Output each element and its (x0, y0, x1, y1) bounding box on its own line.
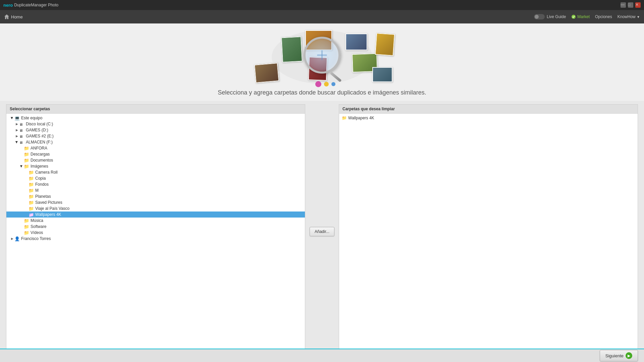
tree-item-este-equipo[interactable]: ▶ Este equipo (6, 115, 305, 121)
tree-label-anfora: ANFORA (31, 146, 47, 150)
tree-item-viaje-pais-vasco[interactable]: ▶ Viaje al País Vasco (6, 205, 305, 212)
dot-pink (315, 81, 321, 87)
user-icon (14, 237, 20, 241)
tree-item-anfora[interactable]: ▶ ANFORA (6, 145, 305, 151)
tree-item-imagenes[interactable]: ▶ Imágenes (6, 163, 305, 169)
tree-label-este-equipo: Este equipo (21, 116, 42, 120)
tree-label-descargas: Descargas (31, 152, 50, 157)
dot-blue (331, 82, 335, 86)
next-label: Siguiente (605, 353, 624, 358)
tree-item-copia[interactable]: ▶ Copia (6, 175, 305, 181)
folder-icon (29, 194, 34, 199)
expand-icon[interactable]: ▶ (14, 140, 19, 144)
expand-icon[interactable]: ▶ (14, 134, 19, 138)
tree-item-software[interactable]: ▶ Software (6, 224, 305, 230)
tree-label-videos: Vídeos (31, 230, 43, 235)
tree-label-wallpapers-4k: Wallpapers 4K (35, 212, 61, 217)
tree-item-disco-local[interactable]: ▶ Disco local (C:) (6, 121, 305, 127)
bottom-bar: Siguiente ▶ (0, 349, 644, 362)
add-button[interactable]: Añadir... (310, 227, 334, 236)
knowhow-button[interactable]: KnowHow ▼ (618, 14, 640, 19)
home-button[interactable]: Home (4, 14, 23, 19)
maximize-button[interactable]: □ (628, 2, 633, 8)
tree-label-games-d: GAMES (D:) (26, 128, 48, 132)
photo-thumb-5 (345, 34, 367, 50)
hdd-icon (19, 140, 24, 144)
live-guide-toggle[interactable]: Live Guide (534, 14, 566, 19)
titlebar-controls: — □ ✕ (621, 2, 641, 8)
tree-label-documentos: Documentos (31, 158, 53, 163)
folder-icon (29, 182, 34, 187)
tree-label-francisco-torres: Francisco Torres (21, 236, 51, 241)
market-icon (571, 14, 576, 19)
app-title: DuplicateManager Photo (14, 3, 58, 7)
titlebar: nero DuplicateManager Photo — □ ✕ (0, 0, 644, 10)
folder-tree[interactable]: ▶ Este equipo ▶ Disco local (C:) ▶ GAMES… (6, 114, 305, 359)
folder-icon (29, 170, 34, 175)
nero-logo: nero (3, 3, 13, 8)
tree-label-planetas: Planetas (35, 194, 51, 199)
hero-dots (315, 81, 335, 87)
opciones-button[interactable]: Opciones (595, 14, 612, 19)
expand-icon[interactable]: ▶ (14, 122, 19, 126)
dot-yellow (324, 82, 329, 86)
tree-label-imagenes: Imágenes (31, 164, 48, 169)
right-tree-item-wallpapers-4k[interactable]: 📁 Wallpapers 4K (339, 115, 638, 121)
tree-label-copia: Copia (35, 176, 46, 181)
live-guide-switch[interactable] (534, 14, 545, 19)
market-label: Market (577, 14, 590, 19)
close-button[interactable]: ✕ (635, 2, 641, 8)
folder-icon (29, 200, 34, 205)
tree-item-games2-e[interactable]: ▶ GAMES #2 (E:) (6, 133, 305, 139)
home-icon (4, 14, 9, 19)
tree-item-documentos[interactable]: ▶ Documentos (6, 157, 305, 163)
tree-label-fondos: Fondos (35, 182, 49, 187)
tree-item-saved-pictures[interactable]: ▶ Saved Pictures (6, 199, 305, 205)
hdd-icon (19, 134, 24, 138)
tree-item-musica[interactable]: ▶ Música (6, 218, 305, 224)
minimize-button[interactable]: — (621, 2, 626, 8)
folder-icon (24, 164, 29, 169)
tree-item-games-d[interactable]: ▶ GAMES (D:) (6, 127, 305, 133)
tree-label-musica: Música (31, 218, 43, 223)
tree-item-almacen-f[interactable]: ▶ ALMACEN (F:) (6, 139, 305, 145)
tree-item-camera-roll[interactable]: ▶ Camera Roll (6, 169, 305, 175)
folder-icon (24, 219, 29, 223)
magnifier-icon (304, 37, 340, 74)
tree-label-games2-e: GAMES #2 (E:) (26, 134, 54, 138)
right-item-label-wallpapers-4k: Wallpapers 4K (348, 116, 374, 120)
expand-icon[interactable]: ▶ (10, 236, 14, 241)
photo-thumb-8 (372, 67, 392, 82)
expand-icon[interactable]: ▶ (14, 128, 19, 132)
right-folder-list: 📁 Wallpapers 4K (339, 114, 638, 359)
hero-subtitle: Selecciona y agrega carpetas donde busca… (218, 89, 426, 96)
left-panel-header: Seleccionar carpetas (6, 105, 305, 114)
next-arrow-icon: ▶ (626, 352, 632, 359)
hero-section: Selecciona y agrega carpetas donde busca… (0, 23, 644, 101)
middle-section: Añadir... (309, 104, 335, 359)
expand-icon[interactable]: ▶ (10, 116, 14, 120)
tree-item-francisco-torres[interactable]: ▶ Francisco Torres (6, 236, 305, 242)
live-guide-label: Live Guide (547, 14, 566, 19)
tree-label-almacen-f: ALMACEN (F:) (26, 140, 53, 144)
folder-icon (29, 176, 34, 181)
toolbar-right: Live Guide Market Opciones KnowHow ▼ (534, 14, 640, 19)
next-button[interactable]: Siguiente ▶ (600, 350, 638, 361)
pc-icon (14, 116, 20, 120)
expand-icon[interactable]: ▶ (19, 164, 24, 169)
main-content: Seleccionar carpetas ▶ Este equipo ▶ Dis… (0, 104, 644, 359)
folder-icon (24, 152, 29, 157)
knowhow-arrow-icon: ▼ (637, 15, 640, 19)
tree-item-descargas[interactable]: ▶ Descargas (6, 151, 305, 157)
hdd-icon (19, 122, 24, 126)
tree-item-planetas[interactable]: ▶ Planetas (6, 193, 305, 199)
tree-item-videos[interactable]: ▶ Vídeos (6, 230, 305, 236)
photo-thumb-7 (375, 33, 395, 56)
photo-thumb-2 (281, 36, 303, 62)
right-panel: Carpetas que desea limpiar 📁 Wallpapers … (339, 104, 638, 359)
tree-item-m[interactable]: ▶ M (6, 187, 305, 193)
tree-item-wallpapers-4k[interactable]: ▶ Wallpapers 4K (6, 212, 305, 218)
market-button[interactable]: Market (571, 14, 590, 19)
toolbar: Home Live Guide Market Opciones KnowHow … (0, 10, 644, 23)
tree-item-fondos[interactable]: ▶ Fondos (6, 181, 305, 187)
